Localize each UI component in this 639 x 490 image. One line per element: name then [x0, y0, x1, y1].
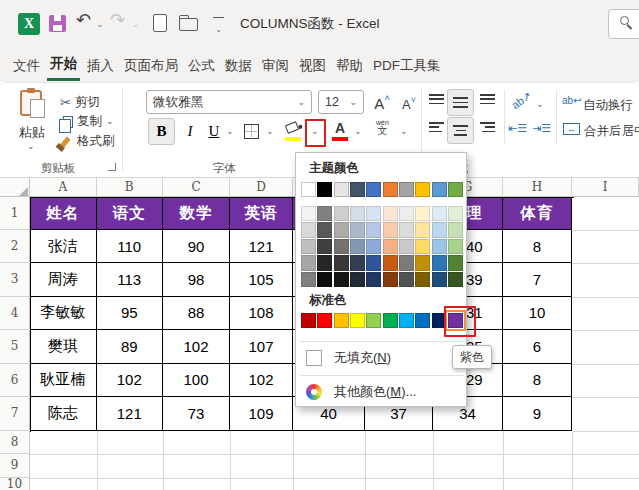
cell-A6[interactable]: 耿亚楠	[30, 364, 97, 398]
column-header-C[interactable]: C	[163, 178, 230, 197]
align-left-button[interactable]	[429, 122, 444, 132]
theme-variant-swatch[interactable]	[366, 222, 381, 237]
theme-variant-swatch[interactable]	[399, 222, 414, 237]
cell-H6[interactable]: 8	[503, 364, 572, 398]
standard-color-swatch[interactable]	[350, 313, 365, 328]
theme-variant-swatch[interactable]	[383, 255, 398, 270]
cell-D6[interactable]: 102	[230, 364, 293, 398]
theme-variant-swatch[interactable]	[399, 239, 414, 254]
theme-variant-swatch[interactable]	[448, 206, 463, 221]
theme-variant-swatch[interactable]	[301, 206, 316, 221]
standard-color-swatch[interactable]	[366, 313, 381, 328]
theme-variant-swatch[interactable]	[317, 272, 332, 287]
theme-variant-swatch[interactable]	[448, 272, 463, 287]
theme-variant-swatch[interactable]	[317, 206, 332, 221]
theme-variant-swatch[interactable]	[448, 239, 463, 254]
cell-A7[interactable]: 陈志	[30, 397, 97, 431]
theme-variant-swatch[interactable]	[432, 272, 447, 287]
cell-C6[interactable]: 100	[163, 364, 230, 398]
new-document-icon[interactable]	[153, 14, 167, 32]
save-icon[interactable]	[49, 15, 66, 32]
phonetic-chevron-icon[interactable]: ⌄	[400, 127, 408, 136]
row-header-2[interactable]: 2	[0, 230, 30, 263]
theme-color-swatch[interactable]	[399, 182, 414, 197]
cell-A3[interactable]: 周涛	[30, 263, 97, 297]
theme-variant-swatch[interactable]	[432, 255, 447, 270]
theme-variant-swatch[interactable]	[350, 239, 365, 254]
theme-variant-swatch[interactable]	[415, 222, 430, 237]
theme-variant-swatch[interactable]	[383, 222, 398, 237]
shrink-font-button[interactable]: A ˅	[397, 93, 421, 115]
row-header-10[interactable]: 10	[0, 478, 30, 490]
theme-variant-swatch[interactable]	[301, 255, 316, 270]
bold-button[interactable]: B	[148, 118, 175, 145]
cell-H4[interactable]: 10	[503, 297, 572, 331]
borders-button[interactable]	[244, 124, 259, 139]
theme-variant-swatch[interactable]	[366, 255, 381, 270]
theme-variant-swatch[interactable]	[399, 206, 414, 221]
column-header-D[interactable]: D	[230, 178, 293, 197]
tab-文件[interactable]: 文件	[10, 50, 43, 81]
row-header-9[interactable]: 9	[0, 454, 30, 478]
customize-toolbar-chevron-icon[interactable]: ⌄	[213, 17, 224, 36]
standard-color-swatch[interactable]	[399, 313, 414, 328]
theme-variant-swatch[interactable]	[334, 222, 349, 237]
tab-审阅[interactable]: 审阅	[259, 50, 292, 81]
cell-B3[interactable]: 113	[97, 263, 164, 297]
align-top-button[interactable]	[429, 94, 444, 104]
cell-H1[interactable]: 体育	[503, 197, 572, 230]
merge-center-button[interactable]: ↔	[563, 123, 580, 135]
tab-公式[interactable]: 公式	[185, 50, 218, 81]
theme-color-swatch[interactable]	[334, 182, 349, 197]
tab-数据[interactable]: 数据	[222, 50, 255, 81]
theme-variant-swatch[interactable]	[334, 255, 349, 270]
cell-A4[interactable]: 李敏敏	[30, 297, 97, 331]
cell-A1[interactable]: 姓名	[30, 197, 97, 230]
theme-color-swatch[interactable]	[301, 182, 316, 197]
theme-variant-swatch[interactable]	[317, 239, 332, 254]
row-header-4[interactable]: 4	[0, 297, 30, 331]
theme-variant-swatch[interactable]	[350, 206, 365, 221]
cell-D7[interactable]: 109	[230, 397, 293, 431]
standard-color-swatch[interactable]	[301, 313, 316, 328]
fill-color-button[interactable]	[286, 123, 302, 134]
cell-H5[interactable]: 6	[503, 330, 572, 364]
theme-color-swatch[interactable]	[448, 182, 463, 197]
standard-color-swatch[interactable]	[383, 313, 398, 328]
row-header-1[interactable]: 1	[0, 197, 30, 230]
cell-D5[interactable]: 107	[230, 330, 293, 364]
theme-variant-swatch[interactable]	[448, 255, 463, 270]
underline-button[interactable]: U	[203, 118, 225, 145]
underline-chevron-icon[interactable]: ⌄	[226, 127, 234, 136]
paste-chevron-icon[interactable]: ⌄	[27, 142, 35, 151]
cell-D1[interactable]: 英语	[230, 197, 293, 230]
theme-variant-swatch[interactable]	[301, 239, 316, 254]
font-name-combo[interactable]: 微软雅黑 ⌄	[146, 90, 312, 114]
theme-color-swatch[interactable]	[317, 182, 332, 197]
theme-variant-swatch[interactable]	[432, 206, 447, 221]
theme-variant-swatch[interactable]	[301, 272, 316, 287]
theme-color-swatch[interactable]	[366, 182, 381, 197]
theme-variant-swatch[interactable]	[415, 272, 430, 287]
theme-variant-swatch[interactable]	[366, 206, 381, 221]
align-center-button[interactable]	[447, 117, 474, 144]
cut-button[interactable]: ✂ 剪切	[60, 94, 100, 111]
undo-icon[interactable]: ↶	[76, 11, 91, 29]
orientation-chevron-icon[interactable]: ⌄	[536, 100, 544, 109]
tab-插入[interactable]: 插入	[84, 50, 117, 81]
cell-C3[interactable]: 98	[163, 263, 230, 297]
cell-A5[interactable]: 樊琪	[30, 330, 97, 364]
italic-button[interactable]: I	[179, 118, 201, 145]
theme-variant-swatch[interactable]	[317, 222, 332, 237]
standard-color-swatch[interactable]	[334, 313, 349, 328]
cell-H3[interactable]: 7	[503, 263, 572, 297]
phonetic-guide-button[interactable]: wén 文	[376, 119, 389, 136]
cell-B2[interactable]: 110	[97, 230, 164, 263]
grow-font-button[interactable]: A ˄	[370, 92, 394, 114]
standard-color-swatch[interactable]	[415, 313, 430, 328]
font-size-combo[interactable]: 12 ⌄	[318, 90, 364, 114]
column-header-B[interactable]: B	[97, 178, 164, 197]
align-bottom-button[interactable]	[480, 94, 495, 104]
cell-C5[interactable]: 102	[163, 330, 230, 364]
paste-button[interactable]: 粘贴	[10, 124, 54, 142]
